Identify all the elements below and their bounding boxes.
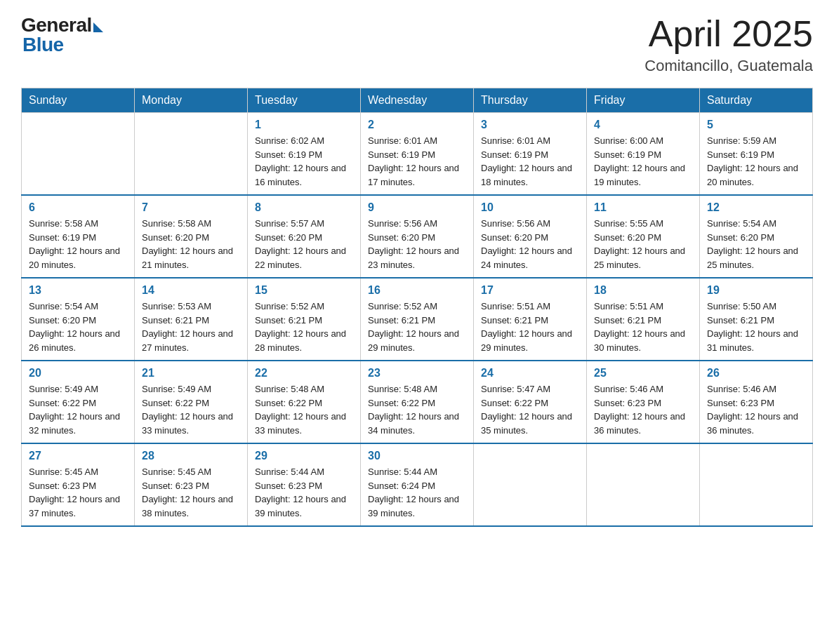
day-number: 5 <box>707 119 805 131</box>
logo-arrow-icon <box>93 22 103 32</box>
table-row: 16Sunrise: 5:52 AMSunset: 6:21 PMDayligh… <box>361 278 474 361</box>
logo: General Blue <box>21 14 103 56</box>
header-friday: Friday <box>587 88 700 113</box>
table-row: 15Sunrise: 5:52 AMSunset: 6:21 PMDayligh… <box>248 278 361 361</box>
calendar-table: Sunday Monday Tuesday Wednesday Thursday… <box>21 88 813 527</box>
header-sunday: Sunday <box>22 88 135 113</box>
day-info: Sunrise: 6:00 AMSunset: 6:19 PMDaylight:… <box>594 134 692 189</box>
day-info: Sunrise: 5:54 AMSunset: 6:20 PMDaylight:… <box>29 300 127 354</box>
day-info: Sunrise: 5:45 AMSunset: 6:23 PMDaylight:… <box>29 465 127 520</box>
table-row: 26Sunrise: 5:46 AMSunset: 6:23 PMDayligh… <box>700 361 813 443</box>
day-info: Sunrise: 5:58 AMSunset: 6:20 PMDaylight:… <box>142 217 240 271</box>
day-number: 25 <box>594 367 692 380</box>
table-row: 8Sunrise: 5:57 AMSunset: 6:20 PMDaylight… <box>248 195 361 278</box>
table-row: 14Sunrise: 5:53 AMSunset: 6:21 PMDayligh… <box>135 278 248 361</box>
table-row: 27Sunrise: 5:45 AMSunset: 6:23 PMDayligh… <box>22 443 135 526</box>
day-number: 22 <box>255 367 353 380</box>
table-row <box>700 443 813 526</box>
day-info: Sunrise: 5:59 AMSunset: 6:19 PMDaylight:… <box>707 134 805 189</box>
day-info: Sunrise: 6:02 AMSunset: 6:19 PMDaylight:… <box>255 134 353 189</box>
table-row: 21Sunrise: 5:49 AMSunset: 6:22 PMDayligh… <box>135 361 248 443</box>
day-info: Sunrise: 5:47 AMSunset: 6:22 PMDaylight:… <box>481 382 579 437</box>
day-info: Sunrise: 5:53 AMSunset: 6:21 PMDaylight:… <box>142 300 240 354</box>
table-row <box>587 443 700 526</box>
page-header: General Blue April 2025 Comitancillo, Gu… <box>21 14 813 75</box>
calendar-week-row: 20Sunrise: 5:49 AMSunset: 6:22 PMDayligh… <box>22 361 813 443</box>
header-tuesday: Tuesday <box>248 88 361 113</box>
day-info: Sunrise: 5:49 AMSunset: 6:22 PMDaylight:… <box>29 382 127 437</box>
day-info: Sunrise: 5:56 AMSunset: 6:20 PMDaylight:… <box>368 217 466 271</box>
title-section: April 2025 Comitancillo, Guatemala <box>644 14 813 75</box>
table-row: 5Sunrise: 5:59 AMSunset: 6:19 PMDaylight… <box>700 113 813 196</box>
day-number: 7 <box>142 201 240 214</box>
day-number: 10 <box>481 201 579 214</box>
calendar-week-row: 13Sunrise: 5:54 AMSunset: 6:20 PMDayligh… <box>22 278 813 361</box>
header-monday: Monday <box>135 88 248 113</box>
day-number: 13 <box>29 284 127 297</box>
header-wednesday: Wednesday <box>361 88 474 113</box>
table-row: 20Sunrise: 5:49 AMSunset: 6:22 PMDayligh… <box>22 361 135 443</box>
table-row: 18Sunrise: 5:51 AMSunset: 6:21 PMDayligh… <box>587 278 700 361</box>
calendar-subtitle: Comitancillo, Guatemala <box>644 57 813 75</box>
table-row: 28Sunrise: 5:45 AMSunset: 6:23 PMDayligh… <box>135 443 248 526</box>
table-row <box>135 113 248 196</box>
table-row: 17Sunrise: 5:51 AMSunset: 6:21 PMDayligh… <box>474 278 587 361</box>
day-number: 1 <box>255 119 353 131</box>
table-row: 2Sunrise: 6:01 AMSunset: 6:19 PMDaylight… <box>361 113 474 196</box>
day-number: 23 <box>368 367 466 380</box>
header-thursday: Thursday <box>474 88 587 113</box>
table-row: 24Sunrise: 5:47 AMSunset: 6:22 PMDayligh… <box>474 361 587 443</box>
day-number: 16 <box>368 284 466 297</box>
table-row: 13Sunrise: 5:54 AMSunset: 6:20 PMDayligh… <box>22 278 135 361</box>
day-number: 17 <box>481 284 579 297</box>
table-row <box>22 113 135 196</box>
day-info: Sunrise: 5:51 AMSunset: 6:21 PMDaylight:… <box>594 300 692 354</box>
day-info: Sunrise: 6:01 AMSunset: 6:19 PMDaylight:… <box>481 134 579 189</box>
day-info: Sunrise: 5:44 AMSunset: 6:24 PMDaylight:… <box>368 465 466 520</box>
day-number: 15 <box>255 284 353 297</box>
day-info: Sunrise: 5:54 AMSunset: 6:20 PMDaylight:… <box>707 217 805 271</box>
calendar-header-row: Sunday Monday Tuesday Wednesday Thursday… <box>22 88 813 113</box>
day-number: 6 <box>29 201 127 214</box>
day-info: Sunrise: 5:52 AMSunset: 6:21 PMDaylight:… <box>255 300 353 354</box>
table-row: 19Sunrise: 5:50 AMSunset: 6:21 PMDayligh… <box>700 278 813 361</box>
day-info: Sunrise: 5:48 AMSunset: 6:22 PMDaylight:… <box>255 382 353 437</box>
day-number: 24 <box>481 367 579 380</box>
day-info: Sunrise: 5:51 AMSunset: 6:21 PMDaylight:… <box>481 300 579 354</box>
calendar-week-row: 6Sunrise: 5:58 AMSunset: 6:19 PMDaylight… <box>22 195 813 278</box>
day-info: Sunrise: 5:50 AMSunset: 6:21 PMDaylight:… <box>707 300 805 354</box>
calendar-week-row: 1Sunrise: 6:02 AMSunset: 6:19 PMDaylight… <box>22 113 813 196</box>
day-info: Sunrise: 5:48 AMSunset: 6:22 PMDaylight:… <box>368 382 466 437</box>
day-number: 28 <box>142 450 240 462</box>
day-number: 18 <box>594 284 692 297</box>
day-info: Sunrise: 5:57 AMSunset: 6:20 PMDaylight:… <box>255 217 353 271</box>
day-info: Sunrise: 5:44 AMSunset: 6:23 PMDaylight:… <box>255 465 353 520</box>
table-row: 6Sunrise: 5:58 AMSunset: 6:19 PMDaylight… <box>22 195 135 278</box>
day-number: 12 <box>707 201 805 214</box>
day-number: 2 <box>368 119 466 131</box>
table-row: 1Sunrise: 6:02 AMSunset: 6:19 PMDaylight… <box>248 113 361 196</box>
day-info: Sunrise: 5:58 AMSunset: 6:19 PMDaylight:… <box>29 217 127 271</box>
table-row: 12Sunrise: 5:54 AMSunset: 6:20 PMDayligh… <box>700 195 813 278</box>
day-info: Sunrise: 5:52 AMSunset: 6:21 PMDaylight:… <box>368 300 466 354</box>
day-number: 3 <box>481 119 579 131</box>
header-saturday: Saturday <box>700 88 813 113</box>
day-info: Sunrise: 5:46 AMSunset: 6:23 PMDaylight:… <box>707 382 805 437</box>
day-number: 27 <box>29 450 127 462</box>
day-info: Sunrise: 5:49 AMSunset: 6:22 PMDaylight:… <box>142 382 240 437</box>
day-number: 4 <box>594 119 692 131</box>
table-row: 9Sunrise: 5:56 AMSunset: 6:20 PMDaylight… <box>361 195 474 278</box>
day-number: 14 <box>142 284 240 297</box>
day-info: Sunrise: 6:01 AMSunset: 6:19 PMDaylight:… <box>368 134 466 189</box>
day-info: Sunrise: 5:56 AMSunset: 6:20 PMDaylight:… <box>481 217 579 271</box>
day-number: 19 <box>707 284 805 297</box>
day-number: 20 <box>29 367 127 380</box>
day-number: 21 <box>142 367 240 380</box>
table-row: 3Sunrise: 6:01 AMSunset: 6:19 PMDaylight… <box>474 113 587 196</box>
day-number: 8 <box>255 201 353 214</box>
table-row: 4Sunrise: 6:00 AMSunset: 6:19 PMDaylight… <box>587 113 700 196</box>
day-number: 11 <box>594 201 692 214</box>
calendar-week-row: 27Sunrise: 5:45 AMSunset: 6:23 PMDayligh… <box>22 443 813 526</box>
table-row: 25Sunrise: 5:46 AMSunset: 6:23 PMDayligh… <box>587 361 700 443</box>
logo-blue-text: Blue <box>21 34 64 56</box>
